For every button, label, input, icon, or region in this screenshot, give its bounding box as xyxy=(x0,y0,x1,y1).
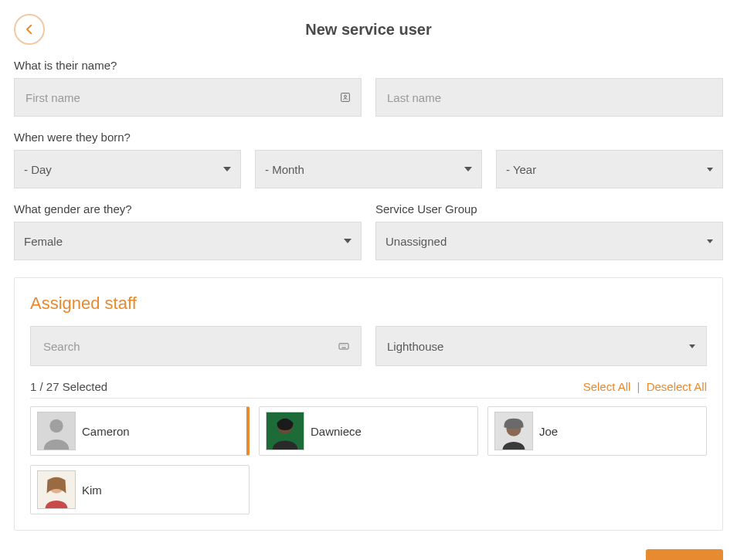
staff-card[interactable]: Joe xyxy=(487,406,707,456)
avatar xyxy=(494,412,533,450)
group-label: Service User Group xyxy=(375,202,723,216)
staff-name: Dawniece xyxy=(311,425,362,438)
staff-card[interactable]: Cameron xyxy=(30,406,250,456)
name-label: What is their name? xyxy=(14,59,723,72)
staff-name: Kim xyxy=(82,484,102,497)
staff-name: Joe xyxy=(539,425,558,438)
chevron-down-icon xyxy=(707,168,713,171)
create-button[interactable]: Create xyxy=(646,549,723,560)
gender-select[interactable]: Female xyxy=(14,222,362,260)
staff-search-wrapper xyxy=(30,326,362,366)
dob-label: When were they born? xyxy=(14,131,723,144)
assigned-staff-title: Assigned staff xyxy=(30,294,707,314)
selection-count-row: 1 / 27 Selected Select All | Deselect Al… xyxy=(30,380,707,399)
avatar xyxy=(37,412,76,450)
chevron-down-icon xyxy=(707,239,713,243)
page-title: New service user xyxy=(14,14,723,45)
chevron-down-icon xyxy=(223,167,231,171)
year-select[interactable]: - Year xyxy=(496,150,723,188)
first-name-input[interactable] xyxy=(24,90,339,105)
chevron-down-icon xyxy=(689,344,695,348)
group-select[interactable]: Unassigned xyxy=(375,222,723,260)
assigned-staff-card: Assigned staff Lighthouse 1 / 27 Selecte… xyxy=(14,277,723,531)
chevron-down-icon xyxy=(344,239,352,243)
gender-select-value: Female xyxy=(24,235,344,248)
month-select-value: - Month xyxy=(265,163,464,176)
staff-name: Cameron xyxy=(82,425,130,438)
year-select-value: - Year xyxy=(506,163,707,176)
chevron-down-icon xyxy=(464,167,472,171)
day-select[interactable]: - Day xyxy=(14,150,241,188)
gender-label: What gender are they? xyxy=(14,202,362,216)
svg-rect-2 xyxy=(339,344,348,349)
avatar xyxy=(37,470,76,509)
last-name-input[interactable] xyxy=(385,90,713,105)
staff-card[interactable]: Kim xyxy=(30,465,250,514)
keyboard-icon xyxy=(338,340,350,352)
deselect-all-link[interactable]: Deselect All xyxy=(647,380,707,393)
staff-card[interactable]: Dawniece xyxy=(259,406,478,456)
arrow-left-icon xyxy=(22,22,36,36)
link-separator: | xyxy=(637,380,640,393)
back-button[interactable] xyxy=(14,14,45,45)
page-header: New service user xyxy=(14,14,723,45)
select-all-link[interactable]: Select All xyxy=(583,380,631,393)
avatar xyxy=(266,412,304,450)
location-select-value: Lighthouse xyxy=(387,340,689,353)
staff-search-input[interactable] xyxy=(42,339,338,354)
contact-card-icon xyxy=(339,91,352,104)
selection-count: 1 / 27 Selected xyxy=(30,380,107,393)
page-footer: By selecting Create you agree to our Ter… xyxy=(14,549,723,560)
day-select-value: - Day xyxy=(24,163,223,176)
first-name-field-wrapper xyxy=(14,78,362,117)
staff-grid: CameronDawnieceJoeKim xyxy=(30,406,707,514)
group-select-value: Unassigned xyxy=(385,235,707,248)
last-name-field-wrapper xyxy=(375,78,723,117)
svg-point-1 xyxy=(345,95,347,97)
svg-point-9 xyxy=(49,419,63,433)
month-select[interactable]: - Month xyxy=(255,150,482,188)
location-select[interactable]: Lighthouse xyxy=(375,326,707,366)
